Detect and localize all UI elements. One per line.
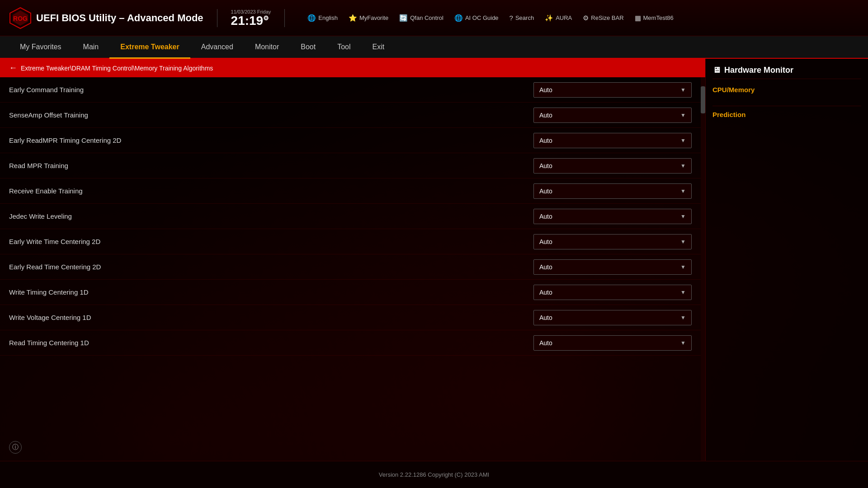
header-nav-qfan[interactable]: 🔄Qfan Control bbox=[395, 12, 448, 24]
main-content: ← Extreme Tweaker\DRAM Timing Control\Me… bbox=[0, 59, 705, 461]
footer-version: Version 2.22.1286 Copyright (C) 2023 AMI bbox=[379, 471, 489, 478]
header-logo: ROG UEFI BIOS Utility – Advanced Mode bbox=[9, 7, 203, 29]
header-nav-english[interactable]: 🌐English bbox=[303, 12, 342, 24]
header: ROG UEFI BIOS Utility – Advanced Mode 11… bbox=[0, 0, 868, 36]
setting-dropdown-5[interactable]: Auto ▼ bbox=[533, 209, 692, 224]
hardware-monitor-panel: 🖥 Hardware Monitor CPU/Memory Prediction bbox=[705, 59, 868, 461]
hw-cpu-memory-title: CPU/Memory bbox=[712, 86, 861, 94]
info-icon[interactable]: ⓘ bbox=[9, 441, 22, 454]
hw-divider bbox=[712, 106, 861, 106]
setting-label-1: SenseAmp Offset Training bbox=[9, 111, 533, 119]
setting-control-5: Auto ▼ bbox=[533, 209, 692, 224]
header-nav-aura[interactable]: ✨AURA bbox=[540, 12, 576, 24]
setting-dropdown-6[interactable]: Auto ▼ bbox=[533, 234, 692, 249]
dropdown-arrow-icon: ▼ bbox=[680, 163, 686, 169]
setting-control-1: Auto ▼ bbox=[533, 108, 692, 123]
monitor-icon: 🖥 bbox=[712, 66, 721, 75]
breadcrumb-text: Extreme Tweaker\DRAM Timing Control\Memo… bbox=[21, 65, 213, 72]
dropdown-arrow-icon: ▼ bbox=[680, 112, 686, 118]
myfavorite-icon: ⭐ bbox=[349, 14, 357, 22]
resizebar-icon: ⚙ bbox=[583, 14, 589, 22]
breadcrumb-back-button[interactable]: ← bbox=[9, 63, 17, 73]
settings-scrollbar[interactable] bbox=[701, 77, 705, 461]
header-nav: 🌐English⭐MyFavorite🔄Qfan Control🌐AI OC G… bbox=[303, 12, 678, 24]
setting-label-6: Early Write Time Centering 2D bbox=[9, 238, 533, 245]
hw-prediction-title: Prediction bbox=[712, 111, 861, 118]
table-row: Read MPR Training Auto ▼ bbox=[0, 153, 701, 178]
main-nav-boot[interactable]: Boot bbox=[290, 36, 326, 59]
english-icon: 🌐 bbox=[307, 14, 316, 22]
setting-dropdown-7[interactable]: Auto ▼ bbox=[533, 259, 692, 275]
setting-label-7: Early Read Time Centering 2D bbox=[9, 263, 533, 271]
settings-list: Early Command Training Auto ▼ SenseAmp O… bbox=[0, 77, 701, 461]
setting-label-8: Write Timing Centering 1D bbox=[9, 288, 533, 296]
setting-control-2: Auto ▼ bbox=[533, 133, 692, 148]
setting-dropdown-8[interactable]: Auto ▼ bbox=[533, 285, 692, 300]
memtest-icon: ▦ bbox=[635, 14, 641, 22]
dropdown-arrow-icon: ▼ bbox=[680, 314, 686, 321]
breadcrumb: ← Extreme Tweaker\DRAM Timing Control\Me… bbox=[0, 59, 705, 77]
setting-dropdown-4[interactable]: Auto ▼ bbox=[533, 183, 692, 199]
dropdown-arrow-icon: ▼ bbox=[680, 87, 686, 93]
dropdown-arrow-icon: ▼ bbox=[680, 137, 686, 144]
setting-label-10: Read Timing Centering 1D bbox=[9, 339, 533, 347]
header-datetime: 11/03/2023 Friday 21:19⚙ bbox=[231, 9, 271, 27]
svg-text:ROG: ROG bbox=[13, 15, 28, 22]
header-divider-2 bbox=[284, 9, 285, 27]
setting-dropdown-3[interactable]: Auto ▼ bbox=[533, 158, 692, 174]
setting-control-8: Auto ▼ bbox=[533, 285, 692, 300]
header-nav-myfavorite[interactable]: ⭐MyFavorite bbox=[344, 12, 393, 24]
dropdown-arrow-icon: ▼ bbox=[680, 213, 686, 220]
table-row: Read Timing Centering 1D Auto ▼ bbox=[0, 330, 701, 356]
setting-label-0: Early Command Training bbox=[9, 86, 533, 94]
scrollbar-thumb[interactable] bbox=[701, 86, 705, 113]
content-area: ← Extreme Tweaker\DRAM Timing Control\Me… bbox=[0, 59, 868, 461]
aioc-icon: 🌐 bbox=[454, 14, 463, 22]
setting-label-5: Jedec Write Leveling bbox=[9, 212, 533, 220]
setting-dropdown-2[interactable]: Auto ▼ bbox=[533, 133, 692, 148]
setting-dropdown-10[interactable]: Auto ▼ bbox=[533, 335, 692, 351]
setting-dropdown-0[interactable]: Auto ▼ bbox=[533, 82, 692, 98]
setting-label-3: Read MPR Training bbox=[9, 162, 533, 169]
dropdown-arrow-icon: ▼ bbox=[680, 264, 686, 270]
header-title: UEFI BIOS Utility – Advanced Mode bbox=[36, 12, 203, 24]
setting-label-2: Early ReadMPR Timing Centering 2D bbox=[9, 136, 533, 144]
table-row: Write Voltage Centering 1D Auto ▼ bbox=[0, 305, 701, 330]
setting-control-3: Auto ▼ bbox=[533, 158, 692, 174]
setting-dropdown-9[interactable]: Auto ▼ bbox=[533, 310, 692, 325]
main-nav-tool[interactable]: Tool bbox=[326, 36, 361, 59]
header-nav-memtest[interactable]: ▦MemTest86 bbox=[630, 12, 678, 24]
header-time: 21:19⚙ bbox=[231, 14, 269, 27]
table-row: Write Timing Centering 1D Auto ▼ bbox=[0, 280, 701, 305]
table-row: SenseAmp Offset Training Auto ▼ bbox=[0, 103, 701, 128]
dropdown-arrow-icon: ▼ bbox=[680, 289, 686, 296]
table-row: Jedec Write Leveling Auto ▼ bbox=[0, 204, 701, 229]
header-nav-resizebar[interactable]: ⚙ReSize BAR bbox=[578, 12, 628, 24]
header-nav-search[interactable]: ?Search bbox=[505, 12, 539, 23]
dropdown-arrow-icon: ▼ bbox=[680, 340, 686, 346]
main-nav-exit[interactable]: Exit bbox=[362, 36, 396, 59]
qfan-icon: 🔄 bbox=[399, 14, 408, 22]
dropdown-arrow-icon: ▼ bbox=[680, 188, 686, 194]
setting-dropdown-1[interactable]: Auto ▼ bbox=[533, 108, 692, 123]
setting-control-0: Auto ▼ bbox=[533, 82, 692, 98]
main-nav: My FavoritesMainExtreme TweakerAdvancedM… bbox=[0, 36, 868, 59]
main-nav-monitor[interactable]: Monitor bbox=[244, 36, 290, 59]
table-row: Early Command Training Auto ▼ bbox=[0, 77, 701, 103]
table-row: Early Read Time Centering 2D Auto ▼ bbox=[0, 254, 701, 280]
setting-label-9: Write Voltage Centering 1D bbox=[9, 314, 533, 321]
main-nav-extreme-tweaker[interactable]: Extreme Tweaker bbox=[109, 36, 190, 59]
setting-control-4: Auto ▼ bbox=[533, 183, 692, 199]
header-nav-aioc[interactable]: 🌐AI OC Guide bbox=[450, 12, 503, 24]
setting-control-9: Auto ▼ bbox=[533, 310, 692, 325]
main-nav-main[interactable]: Main bbox=[72, 36, 110, 59]
setting-control-6: Auto ▼ bbox=[533, 234, 692, 249]
search-icon: ? bbox=[509, 14, 513, 22]
table-row: Receive Enable Training Auto ▼ bbox=[0, 178, 701, 204]
main-nav-advanced[interactable]: Advanced bbox=[190, 36, 244, 59]
hw-panel-title: 🖥 Hardware Monitor bbox=[712, 66, 861, 79]
main-nav-my-favorites[interactable]: My Favorites bbox=[9, 36, 72, 59]
table-row: Early ReadMPR Timing Centering 2D Auto ▼ bbox=[0, 128, 701, 153]
dropdown-arrow-icon: ▼ bbox=[680, 239, 686, 245]
setting-control-10: Auto ▼ bbox=[533, 335, 692, 351]
